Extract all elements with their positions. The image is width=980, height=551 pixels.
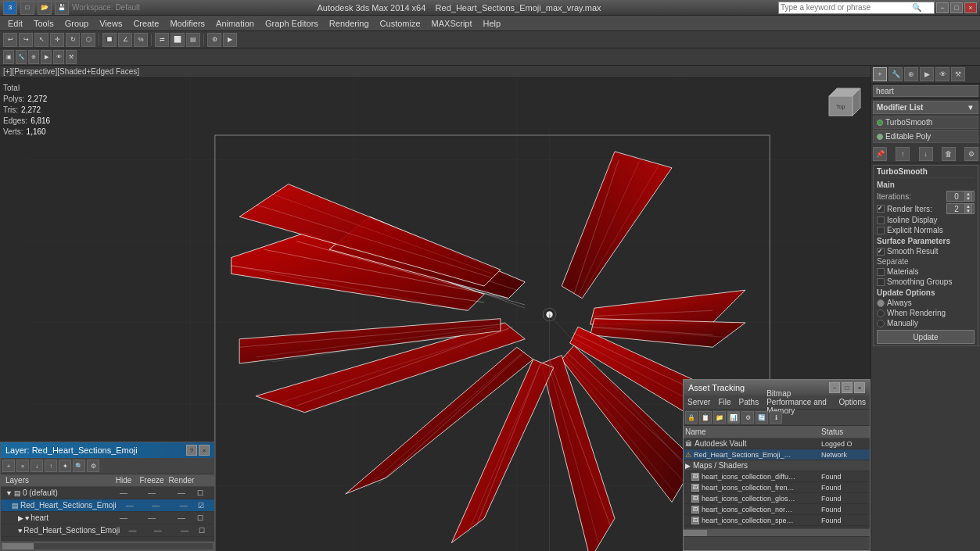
layer-select-objects-btn[interactable]: ↑ [45,460,57,472]
menu-animation[interactable]: Animation [211,17,259,30]
asset-row-specular[interactable]: 🖼 heart_icons_collection_specular.png Fo… [684,515,870,526]
align-btn[interactable]: ⬜ [171,33,185,47]
materials-checkbox[interactable] [877,268,885,276]
maximize-btn[interactable]: □ [950,2,963,13]
menu-maxscript[interactable]: MAXScript [427,17,477,30]
render-iters-checkbox[interactable]: ✓ [877,205,885,213]
configure-icon-btn[interactable]: ⚙ [964,147,978,161]
utility-tab[interactable]: ⚒ [66,50,77,64]
layer-delete-btn[interactable]: × [16,460,29,472]
menu-tools[interactable]: Tools [29,17,59,30]
menu-create[interactable]: Create [128,17,163,30]
layer-find-btn[interactable]: 🔍 [73,460,85,472]
search-bar[interactable]: 🔍 [778,2,935,14]
motion-tab[interactable]: ▶ [41,50,52,64]
layer-row-red-heart[interactable]: ♥ Red_Heart_Sections_Emoji — — — ☐ [1,524,214,537]
asset-row-maps-shaders[interactable]: ▶ Maps / Shaders [684,460,870,471]
create-tab[interactable]: ▣ [3,50,14,64]
layer-settings-btn[interactable]: ⚙ [87,460,99,472]
asset-row-vault[interactable]: 🏛 Autodesk Vault Logged O [684,438,870,449]
display-tab[interactable]: 👁 [53,50,64,64]
asset-panel-maximize-btn[interactable]: □ [842,382,853,393]
render-btn[interactable]: ▶ [223,33,237,47]
layer-add-selection-btn[interactable]: ↓ [31,460,43,472]
update-button[interactable]: Update [877,330,975,344]
iterations-spinner[interactable]: ▲ ▼ [964,191,972,202]
asset-tool-6[interactable]: 🔄 [756,411,768,424]
asset-tool-4[interactable]: 📊 [727,411,740,424]
menu-modifiers[interactable]: Modifiers [165,17,210,30]
angle-snap[interactable]: ∠ [118,33,132,47]
asset-row-diffuse[interactable]: 🖼 heart_icons_collection_diffuse.png Fou… [684,471,870,482]
redo-btn[interactable]: ↪ [19,33,33,47]
move-btn[interactable]: ✛ [50,33,64,47]
asset-row-main-file[interactable]: ⚠ Red_Heart_Sections_Emoji_max_vray.max … [684,449,870,460]
menu-views[interactable]: Views [95,17,127,30]
asset-panel-close-btn[interactable]: × [854,382,865,393]
panel-search-input[interactable] [873,85,978,97]
asset-row-frensel[interactable]: 🖼 heart_icons_collection_frensel.png Fou… [684,482,870,493]
move-modifier-down-btn[interactable]: ↓ [919,147,933,161]
render-iters-spinner[interactable]: ▲ ▼ [964,203,972,214]
menu-edit[interactable]: Edit [3,17,27,30]
render-iters-input[interactable] [949,205,964,213]
iterations-input[interactable] [949,192,964,201]
move-modifier-btn[interactable]: ↑ [896,147,910,161]
menu-group[interactable]: Group [60,17,94,30]
menu-graph-editors[interactable]: Graph Editors [260,17,323,30]
panel-search[interactable] [871,84,980,99]
layer-new-btn[interactable]: + [2,460,15,472]
asset-tool-1[interactable]: 🔒 [685,411,698,424]
asset-tool-2[interactable]: 📋 [699,411,712,424]
modifier-list-header[interactable]: Modifier List ▼ [873,101,978,114]
display-icon-btn[interactable]: 👁 [935,67,949,81]
asset-tool-5[interactable]: ⚙ [741,411,754,424]
asset-menu-paths[interactable]: Paths [735,397,763,407]
asset-tool-3[interactable]: 📁 [713,411,726,424]
layer-0-expand[interactable]: ▼ [5,489,13,497]
trash-icon-btn[interactable]: 🗑 [942,147,956,161]
layer-scrollbar[interactable] [1,541,214,550]
render-setup-btn[interactable]: ⚙ [207,33,221,47]
smoothing-groups-checkbox[interactable] [877,278,885,286]
save-btn[interactable]: 💾 [55,1,69,15]
iterations-value[interactable]: ▲ ▼ [946,191,975,202]
hierarchy-icon-btn[interactable]: ⊕ [904,67,918,81]
layer-row-heart[interactable]: ▶ ♥ heart — — — ☐ [1,512,214,524]
modify-icon-btn[interactable]: 🔧 [888,67,903,81]
isoline-checkbox[interactable] [877,216,885,224]
explicit-normals-checkbox[interactable] [877,227,885,234]
asset-h-scroll-thumb[interactable] [684,530,707,536]
navigation-cube[interactable]: Top [825,84,864,123]
asset-menu-server[interactable]: Server [684,397,714,407]
asset-h-scrollbar[interactable] [684,528,870,536]
asset-tool-7[interactable]: ℹ [770,411,782,424]
scale-btn[interactable]: ⬡ [81,33,95,47]
rotate-btn[interactable]: ↻ [66,33,80,47]
mirror-btn[interactable]: ⇌ [155,33,169,47]
layer-highlight-btn[interactable]: ✦ [59,460,71,472]
snap-toggle[interactable]: 🔲 [102,33,117,47]
new-btn[interactable]: □ [20,1,34,15]
maps-expand-icon[interactable]: ▶ [685,462,691,470]
pin-icon-btn[interactable]: 📌 [873,147,887,161]
asset-menu-options[interactable]: Options [835,397,870,407]
layer-row-heart-sections[interactable]: ▤ Red_Heart_Sections_Emoji — — — ☑ [1,499,214,512]
undo-btn[interactable]: ↩ [3,33,17,47]
layer-panel-help-btn[interactable]: ? [186,445,197,456]
create-icon-btn[interactable]: + [873,67,887,81]
render-iters-value[interactable]: ▲ ▼ [946,203,975,214]
smooth-result-checkbox[interactable]: ✓ [877,248,885,256]
menu-help[interactable]: Help [479,17,506,30]
asset-row-glossiness[interactable]: 🖼 heart_icons_collection_glossiness.png … [684,493,870,504]
layer-row-0-default[interactable]: ▼ ▤ 0 (default) — — — ☐ [1,487,214,499]
open-btn[interactable]: 📂 [38,1,52,15]
modify-tab[interactable]: 🔧 [16,50,27,64]
close-btn[interactable]: × [964,2,977,13]
turbosmooth-modifier[interactable]: TurboSmooth [873,116,978,129]
percent-snap[interactable]: % [134,33,148,47]
asset-row-normal[interactable]: 🖼 heart_icons_collection_normal.png Foun… [684,504,870,515]
select-btn[interactable]: ↖ [34,33,48,47]
menu-rendering[interactable]: Rendering [325,17,374,30]
menu-customize[interactable]: Customize [375,17,425,30]
